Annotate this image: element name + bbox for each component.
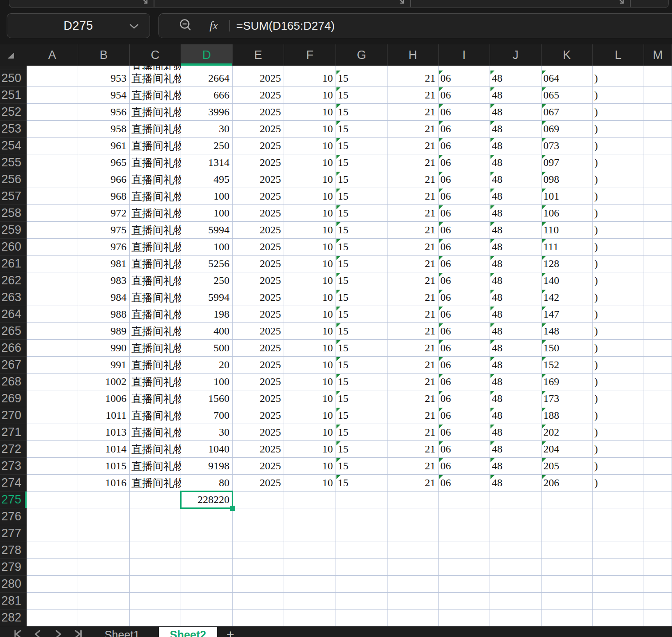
cell[interactable]: 10 xyxy=(284,340,336,357)
cell[interactable] xyxy=(644,323,672,340)
cell[interactable]: 064 xyxy=(542,70,593,87)
row-header-266[interactable]: 266 xyxy=(0,340,27,357)
cell[interactable] xyxy=(27,87,78,104)
cell[interactable]: 48 xyxy=(490,475,542,492)
cell[interactable]: ) xyxy=(593,424,644,441)
cell[interactable] xyxy=(387,492,439,508)
cell[interactable]: 2025 xyxy=(233,171,284,188)
cell[interactable]: 10 xyxy=(284,374,336,390)
cell[interactable]: 140 xyxy=(542,272,593,289)
cell[interactable]: 21 xyxy=(387,239,439,256)
cell[interactable]: 30 xyxy=(181,424,233,441)
cell[interactable] xyxy=(27,188,78,205)
cell[interactable]: 1314 xyxy=(181,154,233,171)
cell[interactable] xyxy=(27,458,78,475)
cell[interactable]: 48 xyxy=(490,407,542,424)
cell[interactable]: ) xyxy=(593,306,644,323)
cell[interactable]: 15 xyxy=(336,323,387,340)
cell[interactable]: 21 xyxy=(387,256,439,272)
last-sheet-button[interactable] xyxy=(68,627,89,637)
row-header-252[interactable]: 252 xyxy=(0,104,27,121)
cell[interactable]: 15 xyxy=(336,205,387,222)
cell[interactable]: 2025 xyxy=(233,256,284,272)
cell[interactable]: 147 xyxy=(542,306,593,323)
cell[interactable]: 2025 xyxy=(233,458,284,475)
cell[interactable]: 21 xyxy=(387,390,439,407)
cell[interactable]: ) xyxy=(593,121,644,138)
cell[interactable]: 106 xyxy=(542,205,593,222)
cell[interactable]: 15 xyxy=(336,70,387,87)
cell[interactable] xyxy=(78,609,130,626)
cell[interactable]: 21 xyxy=(387,306,439,323)
cell[interactable]: ) xyxy=(593,441,644,458)
cell[interactable]: 直播间礼物 xyxy=(130,272,181,289)
cell[interactable] xyxy=(644,340,672,357)
cell[interactable]: 202 xyxy=(542,424,593,441)
cell[interactable]: 15 xyxy=(336,222,387,239)
column-header-E[interactable]: E xyxy=(233,44,284,66)
cell[interactable] xyxy=(284,559,336,576)
cell[interactable] xyxy=(593,508,644,525)
cell[interactable]: 975 xyxy=(78,222,130,239)
cell[interactable]: 10 xyxy=(284,121,336,138)
cell[interactable] xyxy=(78,66,130,70)
cell[interactable]: 15 xyxy=(336,171,387,188)
cell[interactable]: 21 xyxy=(387,357,439,374)
cell[interactable]: 100 xyxy=(181,239,233,256)
cell[interactable]: 06 xyxy=(439,390,490,407)
cell[interactable] xyxy=(233,542,284,559)
cell[interactable] xyxy=(284,576,336,593)
cell[interactable]: 48 xyxy=(490,289,542,306)
formula-bar[interactable]: fx =SUM(D165:D274) xyxy=(158,13,672,38)
row-header-251[interactable]: 251 xyxy=(0,87,27,104)
cell[interactable] xyxy=(181,66,233,70)
cell[interactable] xyxy=(542,492,593,508)
cell[interactable]: 48 xyxy=(490,357,542,374)
cell[interactable] xyxy=(27,374,78,390)
cell[interactable]: 2025 xyxy=(233,357,284,374)
cell[interactable]: 10 xyxy=(284,256,336,272)
cell[interactable] xyxy=(644,609,672,626)
cell[interactable] xyxy=(542,593,593,609)
cell[interactable]: 2025 xyxy=(233,323,284,340)
cell[interactable] xyxy=(644,87,672,104)
cell[interactable]: ) xyxy=(593,323,644,340)
row-header-257[interactable]: 257 xyxy=(0,188,27,205)
cell[interactable]: 直播间礼物 xyxy=(130,374,181,390)
cell[interactable]: ) xyxy=(593,239,644,256)
cell[interactable]: 直播间礼物 xyxy=(130,306,181,323)
cell[interactable]: 2025 xyxy=(233,188,284,205)
cell[interactable] xyxy=(336,542,387,559)
cell[interactable]: 100 xyxy=(181,205,233,222)
cell[interactable]: 10 xyxy=(284,407,336,424)
cell[interactable] xyxy=(387,508,439,525)
cell[interactable]: 21 xyxy=(387,374,439,390)
cell[interactable] xyxy=(336,525,387,542)
column-header-H[interactable]: H xyxy=(387,44,439,66)
column-header-J[interactable]: J xyxy=(490,44,542,66)
cell[interactable]: 1016 xyxy=(78,475,130,492)
row-header-259[interactable]: 259 xyxy=(0,222,27,239)
cell[interactable]: 直播间礼物 xyxy=(130,87,181,104)
cell[interactable]: 2025 xyxy=(233,475,284,492)
cell[interactable]: 06 xyxy=(439,87,490,104)
cell[interactable]: 21 xyxy=(387,441,439,458)
cell[interactable] xyxy=(27,475,78,492)
cell[interactable] xyxy=(27,390,78,407)
row-header-281[interactable]: 281 xyxy=(0,593,27,609)
cell[interactable]: 06 xyxy=(439,188,490,205)
cell[interactable]: 15 xyxy=(336,357,387,374)
cell[interactable] xyxy=(336,559,387,576)
cell[interactable] xyxy=(130,559,181,576)
fx-icon[interactable]: fx xyxy=(210,19,218,32)
cell[interactable]: ) xyxy=(593,222,644,239)
cell[interactable]: 06 xyxy=(439,357,490,374)
cell[interactable]: 15 xyxy=(336,272,387,289)
cell[interactable]: 10 xyxy=(284,138,336,154)
cell[interactable] xyxy=(644,525,672,542)
cell[interactable] xyxy=(542,542,593,559)
cell[interactable]: 100 xyxy=(181,188,233,205)
cell[interactable] xyxy=(593,66,644,70)
cell[interactable]: 1040 xyxy=(181,441,233,458)
cell[interactable] xyxy=(644,70,672,87)
